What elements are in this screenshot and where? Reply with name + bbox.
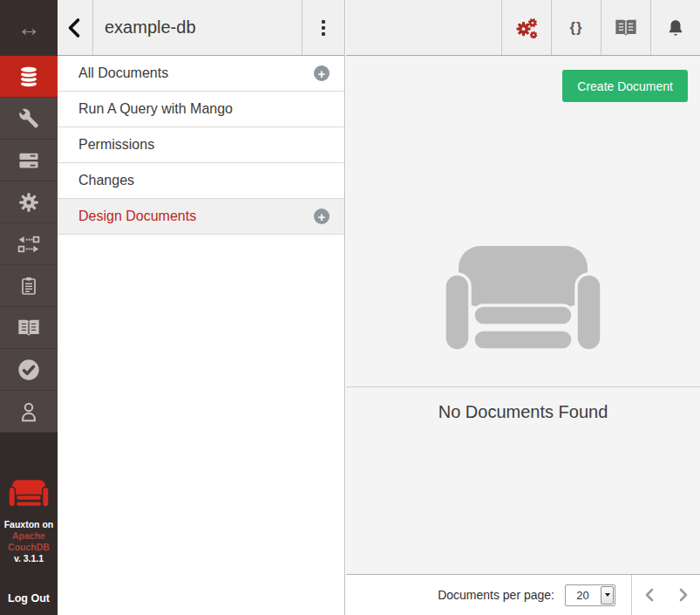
verify-check-icon (17, 358, 41, 382)
main-header: {} (346, 0, 700, 56)
sidebar-collapse-button[interactable]: ↔ (0, 0, 58, 56)
notifications-bell-icon (666, 17, 685, 38)
sidebar-item-account[interactable] (0, 391, 58, 433)
brand-version: v. 3.1.1 (14, 553, 44, 564)
add-document-button[interactable]: + (314, 65, 330, 81)
resize-arrows-icon: ↔ (17, 17, 41, 40)
couchdb-logo-icon (9, 480, 49, 507)
select-dropdown-button[interactable] (601, 586, 614, 605)
per-page-select[interactable]: 20 (565, 584, 615, 606)
database-nav-panel: example-db All Documents + Run A Query w… (58, 0, 345, 615)
kebab-menu-icon (322, 26, 325, 30)
nav-item-label: Design Documents (78, 208, 196, 224)
back-button[interactable] (58, 0, 92, 55)
create-document-button[interactable]: Create Document (562, 70, 688, 102)
nav-item-label: All Documents (78, 65, 168, 81)
gear-icon (17, 191, 40, 214)
caret-down-icon (605, 593, 610, 597)
fauxton-app: ↔ (0, 0, 700, 615)
chevron-left-icon (65, 17, 85, 38)
sidebar-item-active-tasks[interactable] (0, 140, 58, 181)
sidebar-item-replication[interactable] (0, 223, 58, 265)
brand-couchdb: CouchDB (8, 542, 50, 553)
docs-book-icon (614, 17, 638, 38)
add-design-document-button[interactable]: + (314, 208, 330, 224)
previous-page-button[interactable] (632, 575, 666, 615)
sidebar-item-documentation[interactable] (0, 307, 58, 349)
database-title: example-db (93, 0, 302, 55)
database-icon (17, 65, 41, 89)
brand-fauxton-on: Fauxton on (4, 519, 54, 530)
nav-item-label: Permissions (78, 137, 154, 153)
nav-item-label: Run A Query with Mango (78, 101, 233, 117)
pagination-footer: Documents per page: 20 (346, 574, 700, 615)
kebab-menu-icon (322, 20, 325, 24)
next-page-button[interactable] (666, 575, 700, 615)
main-panel: {} Create Document (346, 0, 700, 615)
book-icon (17, 318, 41, 338)
plus-icon: + (318, 67, 326, 80)
chevron-left-icon (643, 587, 656, 603)
clipboard-icon (18, 275, 39, 297)
per-page-label: Documents per page: (438, 588, 554, 602)
nav-item-all-documents[interactable]: All Documents + (58, 56, 344, 92)
empty-state-illustration (445, 246, 601, 354)
wrench-icon (17, 107, 40, 130)
cluster-settings-button[interactable] (501, 0, 551, 55)
replication-icon (17, 234, 40, 255)
sidebar-item-setup[interactable] (0, 98, 58, 140)
database-options-button[interactable] (302, 0, 344, 55)
brand-apache: Apache (12, 530, 45, 542)
nav-item-mango-query[interactable]: Run A Query with Mango (58, 92, 344, 127)
plus-icon: + (318, 210, 326, 223)
nav-item-changes[interactable]: Changes (58, 163, 344, 199)
couch-icon (445, 246, 601, 351)
sidebar-item-verify[interactable] (0, 349, 58, 391)
empty-state-message: No Documents Found (346, 402, 700, 422)
header-spacer (346, 0, 501, 55)
sidebar-item-configuration[interactable] (0, 181, 58, 223)
nav-item-label: Changes (78, 173, 134, 188)
sidebar-item-databases[interactable] (0, 56, 58, 98)
nav-item-design-documents[interactable]: Design Documents + (58, 199, 344, 235)
documentation-button[interactable] (601, 0, 650, 55)
kebab-menu-icon (322, 32, 325, 36)
chevron-right-icon (677, 587, 690, 603)
documents-content-area: Create Document No Documents Found (346, 56, 700, 574)
user-icon (17, 400, 40, 423)
servers-icon (17, 148, 41, 173)
per-page-value: 20 (566, 585, 600, 605)
notifications-button[interactable] (650, 0, 700, 55)
database-header: example-db (58, 0, 344, 56)
json-braces-icon: {} (569, 19, 582, 37)
logout-button[interactable]: Log Out (8, 592, 50, 605)
nav-item-permissions[interactable]: Permissions (58, 127, 344, 163)
json-view-button[interactable]: {} (551, 0, 601, 55)
sidebar-brand-area: Fauxton on Apache CouchDB v. 3.1.1 Log O… (0, 433, 58, 615)
gears-icon (513, 16, 540, 40)
primary-sidebar: ↔ (0, 0, 58, 615)
database-nav-list: All Documents + Run A Query with Mango P… (58, 56, 344, 235)
content-divider (346, 386, 700, 387)
sidebar-item-clipboard[interactable] (0, 265, 58, 307)
